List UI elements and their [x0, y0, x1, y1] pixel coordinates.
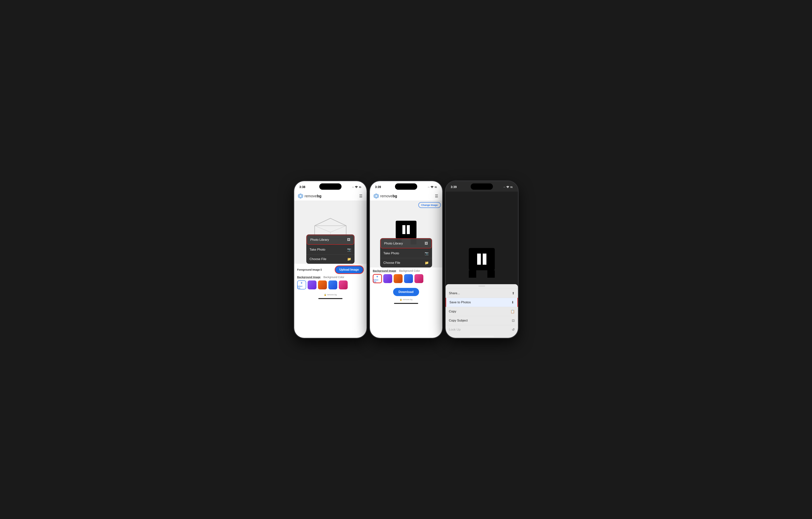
swatch-landscape-2[interactable]	[404, 274, 413, 283]
swatch-orange-1[interactable]	[318, 280, 327, 290]
change-image-button-2[interactable]: Change Image	[418, 202, 441, 208]
time-1: 3:38	[299, 186, 306, 189]
dropdown-take-photo-2[interactable]: Take Photo 📷	[380, 249, 432, 258]
lookup-icon-3: ↺	[512, 328, 515, 332]
dropdown-photo-library-1[interactable]: Photo Library 🖼	[307, 235, 354, 245]
download-button-2[interactable]: Download	[393, 288, 419, 296]
share-sheet-3: Share... ⬆ Save to Photos ⬇ Copy 📋 Copy …	[445, 284, 518, 338]
dynamic-island-2	[395, 183, 417, 190]
select-file-label-2: Select File	[373, 279, 381, 283]
url-bar-1: 🔒 remove.bg	[294, 293, 367, 297]
bottom-section-1: Foreground Image ℹ Upload Image Backgrou…	[294, 264, 367, 293]
url-bar-2: 🔒 remove.bg	[370, 298, 442, 302]
photo-library-icon-1: 🖼	[347, 238, 350, 242]
status-icons-2: ··· 91	[428, 186, 437, 188]
svg-line-6	[315, 218, 330, 226]
dropdown-photo-library-2[interactable]: Photo Library 🖼	[380, 239, 432, 248]
svg-line-13	[330, 226, 346, 232]
share-label-3: Share...	[449, 292, 460, 295]
svg-marker-2	[299, 195, 302, 197]
app-content-2: removebg ☰	[370, 192, 442, 338]
svg-point-15	[432, 188, 432, 188]
lookup-label-3: Look Up	[449, 328, 461, 331]
logo-2: removebg	[374, 193, 397, 199]
url-text-1: remove.bg	[327, 294, 337, 296]
dropdown-choose-file-1[interactable]: Choose File 📁	[306, 254, 354, 264]
svg-marker-17	[375, 195, 378, 197]
dropdown-menu-2: Photo Library 🖼 Take Photo 📷 Choose File…	[380, 238, 432, 268]
dynamic-island-1	[319, 183, 342, 190]
tab-row-2: Background Image Background Color	[373, 269, 439, 272]
menu-icon-2[interactable]: ☰	[435, 194, 439, 198]
phone-1: 3:38 ··· 91 rem	[294, 181, 367, 338]
svg-point-24	[508, 188, 508, 188]
logo-icon-2	[374, 193, 379, 199]
copy-icon-3: 📋	[511, 309, 515, 313]
signal-icon-3: ···	[503, 186, 505, 188]
wifi-icon-2	[431, 186, 434, 188]
foreground-row-1: Foreground Image ℹ Upload Image	[297, 266, 364, 274]
choose-file-label-2: Choose File	[383, 261, 400, 265]
swatch-pink-2[interactable]	[414, 274, 423, 283]
plus-icon-2: +	[376, 275, 378, 279]
select-file-label-1: Select File	[297, 285, 306, 289]
bg-swatches-2: + Select File	[373, 274, 439, 283]
twitch-logo-3	[463, 246, 500, 283]
logo-icon-1	[298, 193, 303, 199]
lock-icon-2: 🔒	[400, 298, 403, 301]
phone-3: 3:39 ··· 91	[445, 181, 518, 338]
photo-library-label-2: Photo Library	[384, 242, 403, 245]
plus-icon-1: +	[300, 281, 302, 285]
svg-rect-27	[487, 270, 495, 278]
swatch-purple-1[interactable]	[308, 280, 317, 290]
svg-point-0	[356, 188, 357, 188]
share-sheet-handle-3	[478, 286, 485, 286]
share-row-copy-3[interactable]: Copy 📋	[445, 307, 518, 316]
copy-subject-icon-3: ⊡	[512, 319, 515, 323]
tab-bg-1[interactable]: Background Image	[297, 276, 321, 279]
svg-rect-25	[469, 248, 495, 270]
swatch-pink-1[interactable]	[339, 280, 348, 290]
bottom-section-2: Background Image Background Color + Sele…	[370, 268, 442, 286]
select-file-swatch-2[interactable]: + Select File	[373, 274, 382, 283]
signal-icon-2: ···	[428, 186, 430, 188]
swatch-orange-2[interactable]	[394, 274, 403, 283]
home-indicator-2	[394, 303, 418, 304]
dropdown-choose-file-2[interactable]: Choose File 📁	[380, 258, 432, 268]
wifi-icon-1	[355, 186, 358, 188]
tab-color-1[interactable]: Background Color	[323, 276, 344, 279]
share-row-copy-subject-3[interactable]: Copy Subject ⊡	[445, 316, 518, 325]
take-photo-label-2: Take Photo	[383, 251, 399, 255]
svg-rect-29	[483, 253, 486, 265]
app-content-1: removebg ☰	[294, 192, 367, 338]
save-photos-icon-3: ⬇	[511, 300, 514, 304]
select-file-swatch-1[interactable]: + Select File	[297, 280, 306, 290]
copy-subject-label-3: Copy Subject	[449, 319, 468, 322]
upload-image-button-1[interactable]: Upload Image	[335, 266, 364, 274]
svg-rect-18	[396, 221, 416, 239]
battery-2: 91	[435, 186, 437, 188]
menu-icon-1[interactable]: ☰	[359, 194, 363, 198]
copy-label-3: Copy	[449, 310, 456, 313]
logo-text-1: removebg	[304, 194, 321, 198]
swatch-purple-2[interactable]	[383, 274, 392, 283]
share-row-share-3[interactable]: Share... ⬆	[445, 289, 518, 298]
choose-file-icon-1: 📁	[347, 257, 351, 261]
share-row-save-3[interactable]: Save to Photos ⬇	[445, 298, 518, 307]
take-photo-icon-1: 📷	[347, 248, 351, 252]
phone-2-screen: 3:39 ··· 91 rem	[370, 181, 442, 338]
tab-bg-2[interactable]: Background Image	[373, 269, 396, 272]
dynamic-island-3	[471, 183, 493, 190]
lock-icon-1: 🔒	[324, 294, 327, 296]
wifi-icon-3	[506, 186, 509, 188]
foreground-label-1: Foreground Image ℹ	[297, 268, 322, 271]
image-area-2: Photo Library 🖼 Take Photo 📷 Choose File…	[370, 201, 442, 268]
phone-3-screen: 3:39 ··· 91	[445, 181, 518, 338]
tab-color-2[interactable]: Background Color	[399, 269, 420, 272]
dropdown-take-photo-1[interactable]: Take Photo 📷	[306, 245, 354, 254]
battery-1: 91	[359, 186, 361, 188]
swatch-landscape-1[interactable]	[328, 280, 337, 290]
take-photo-label-1: Take Photo	[310, 248, 325, 251]
signal-icon-1: ···	[352, 186, 354, 188]
phone-1-screen: 3:38 ··· 91 rem	[294, 181, 367, 338]
